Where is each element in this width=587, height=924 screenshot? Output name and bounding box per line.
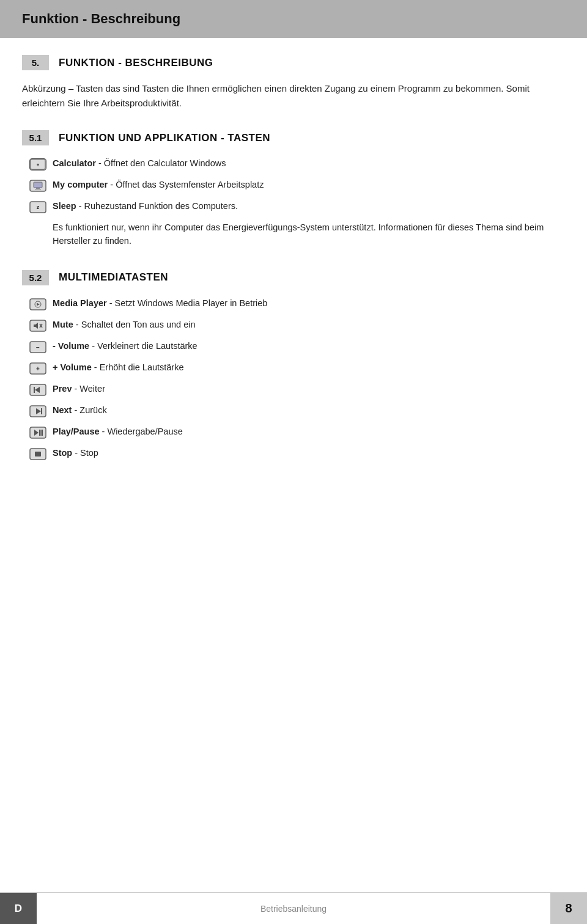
svg-rect-27: [39, 430, 41, 436]
mute-text: Mute - Schaltet den Ton aus und ein: [53, 318, 565, 331]
sleep-icon: z: [27, 200, 49, 215]
prev-text: Prev - Weiter: [53, 382, 565, 395]
section52-heading: 5.2 MULTIMEDIATASTEN: [22, 270, 565, 285]
item-stop: Stop - Stop: [27, 446, 565, 461]
mycomputer-icon: [27, 178, 49, 193]
item-next: Next - Zurück: [27, 403, 565, 419]
item-voldown: − - Volume - Verkleinert die Lautstärke: [27, 339, 565, 354]
section5-number: 5.: [22, 55, 49, 70]
section51-heading: 5.1 FUNKTION UND APPLIKATION - TASTEN: [22, 130, 565, 145]
item-volup: + + Volume - Erhöht die Lautstärke: [27, 361, 565, 376]
item-mediaplayer: Media Player - Setzt Windows Media Playe…: [27, 296, 565, 312]
section52-number: 5.2: [22, 270, 49, 285]
svg-text:z: z: [37, 204, 40, 210]
footer-language-label: D: [0, 893, 37, 925]
footer-page-number: 8: [550, 893, 587, 925]
svg-rect-21: [34, 387, 35, 393]
volup-text: + Volume - Erhöht die Lautstärke: [53, 361, 565, 374]
sleep-extra-text: Es funktioniert nur, wenn ihr Computer d…: [53, 221, 565, 248]
voldown-icon: −: [27, 340, 49, 354]
sleep-text: Sleep - Ruhezustand Funktion des Compute…: [53, 199, 565, 213]
section5-heading: 5. FUNKTION - BESCHREIBUNG: [22, 55, 565, 70]
section51-title: FUNKTION UND APPLIKATION - TASTEN: [59, 132, 270, 144]
svg-rect-24: [41, 408, 42, 414]
item-mute: Mute - Schaltet den Ton aus und ein: [27, 318, 565, 333]
main-content: 5. FUNKTION - BESCHREIBUNG Abkürzung – T…: [0, 55, 587, 461]
section52: 5.2 MULTIMEDIATASTEN Media Player - Setz…: [22, 270, 565, 461]
voldown-text: - Volume - Verkleinert die Lautstärke: [53, 339, 565, 353]
svg-rect-30: [35, 452, 41, 457]
section5-title: FUNKTION - BESCHREIBUNG: [59, 57, 213, 69]
page-title: Funktion - Beschreibung: [22, 11, 565, 27]
prev-icon: [27, 383, 49, 397]
section51: 5.1 FUNKTION UND APPLIKATION - TASTEN ± …: [22, 130, 565, 248]
stop-icon: [27, 447, 49, 461]
item-playpause: Play/Pause - Wiedergabe/Pause: [27, 425, 565, 440]
stop-text: Stop - Stop: [53, 446, 565, 460]
next-text: Next - Zurück: [53, 403, 565, 417]
svg-rect-3: [34, 182, 42, 188]
svg-rect-28: [42, 430, 43, 436]
svg-text:−: −: [36, 343, 40, 350]
svg-text:±: ±: [37, 162, 39, 167]
section52-title: MULTIMEDIATASTEN: [59, 271, 168, 284]
volup-icon: +: [27, 361, 49, 376]
header-bar: Funktion - Beschreibung: [0, 0, 587, 38]
intro-paragraph: Abkürzung – Tasten das sind Tasten die I…: [22, 81, 565, 111]
calc-text: Calculator - Öffnet den Calculator Windo…: [53, 156, 565, 170]
item-prev: Prev - Weiter: [27, 382, 565, 397]
footer: D Betriebsanleitung 8: [0, 892, 587, 924]
calc-icon: ±: [27, 157, 49, 172]
next-icon: [27, 404, 49, 419]
svg-text:+: +: [36, 365, 40, 372]
mediaplayer-icon: [27, 297, 49, 312]
playpause-icon: [27, 425, 49, 440]
svg-rect-4: [36, 188, 40, 189]
mycomputer-text: My computer - Öffnet das Systemfenster A…: [53, 178, 565, 191]
footer-manual-label: Betriebsanleitung: [37, 904, 550, 914]
item-sleep: z Sleep - Ruhezustand Funktion des Compu…: [27, 199, 565, 215]
section51-number: 5.1: [22, 130, 49, 145]
svg-rect-5: [35, 189, 41, 189]
item-mycomputer: My computer - Öffnet das Systemfenster A…: [27, 178, 565, 193]
item-calculator: ± Calculator - Öffnet den Calculator Win…: [27, 156, 565, 172]
mute-icon: [27, 318, 49, 333]
playpause-text: Play/Pause - Wiedergabe/Pause: [53, 425, 565, 438]
mediaplayer-text: Media Player - Setzt Windows Media Playe…: [53, 296, 565, 310]
